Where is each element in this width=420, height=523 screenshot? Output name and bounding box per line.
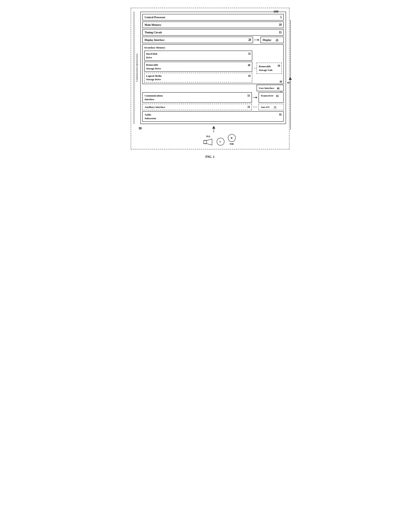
transceiver-num: 65 [276, 94, 279, 97]
speaker-l-circle: L [217, 138, 224, 146]
svg-marker-0 [207, 139, 212, 145]
fig-label: FIG. 1 [131, 155, 289, 159]
removable-storage-drive-num: 40 [248, 63, 250, 66]
aux-io-label: Aux I/O [261, 106, 269, 108]
speaker-95a-label: 95A [206, 135, 210, 138]
communications-interface-label: CommunicationsInterface [145, 94, 163, 101]
timing-circuit-label: Timing Circuit [145, 31, 162, 34]
central-processor-num: 5 [280, 16, 282, 19]
user-interface-block: User Interface 60 [257, 85, 284, 91]
aux-connector-line [253, 107, 257, 107]
removable-connector-line [254, 68, 257, 68]
svg-rect-1 [204, 140, 207, 144]
audio-subsystem-num: 95 [279, 113, 282, 116]
hard-disk-drive-label: Hard DiskDrive [146, 52, 158, 59]
audio-subsystem-block: AudioSubsystem 95 [142, 111, 284, 122]
auxiliary-interface-label: Auxiliary Interface [145, 106, 165, 108]
display-num: 25 [276, 39, 278, 41]
speaker-95b-label: 95B [230, 143, 234, 146]
audio-section: 95A L R [134, 126, 286, 146]
display-interface-block: Display Interface 20 [142, 37, 253, 43]
secondary-memory-group: Secondary Memory Hard DiskDrive 35 Remov… [142, 44, 284, 84]
display-block: Display 25 [261, 37, 284, 43]
audio-arrow-up [212, 126, 215, 129]
hard-disk-drive-num: 35 [248, 52, 251, 55]
user-interface-label: User Interface [259, 87, 274, 90]
logical-media-storage-drive-block: Logical MediaStorage Drive 45 [144, 73, 252, 83]
display-interface-label: Display Interface [145, 39, 165, 41]
audio-subsystem-label: AudioSubsystem [145, 113, 156, 120]
auxiliary-interface-block: Auxiliary Interface 70 [142, 104, 252, 110]
transceiver-label: Transceiver [261, 94, 273, 97]
logical-media-storage-drive-label: Logical MediaStorage Drive [146, 74, 162, 81]
secondary-memory-num: 30 [280, 80, 282, 83]
audio-arrow-group [212, 126, 215, 132]
auxiliary-interface-num: 70 [247, 105, 250, 108]
communications-interface-block: CommunicationsInterface 55 [142, 92, 252, 103]
main-memory-num: 10 [279, 23, 282, 26]
timing-circuit-num: 15 [279, 31, 282, 34]
main-memory-label: Main Memory [145, 24, 161, 26]
removable-storage-drive-block: RemovableStorage Drive 40 [144, 62, 252, 72]
user-interface-num: 60 [277, 87, 279, 90]
central-processor-block: Central Processor 5 [142, 14, 284, 21]
hard-disk-drive-block: Hard DiskDrive 35 [144, 50, 252, 61]
main-memory-block: Main Memory 10 [142, 22, 284, 28]
label-85: 85 [287, 81, 290, 84]
transceiver-connector-line [253, 97, 256, 98]
removable-storage-unit-num: 50 [278, 64, 280, 67]
right-border-line [290, 20, 291, 130]
aux-io-num: 75 [274, 106, 276, 108]
display-connector-line [254, 40, 258, 40]
communications-interface-num: 55 [247, 94, 250, 97]
transceiver-block: Transceiver 65 [259, 92, 284, 103]
speaker-l-group: L [217, 138, 224, 146]
audio-arrow-line [214, 129, 214, 132]
speaker-95a-icon [204, 139, 213, 146]
removable-storage-unit-label: RemovableStorage Unit [259, 65, 272, 72]
comm-infra-label: Communication Infrastructure [134, 12, 139, 124]
aux-io-block: Aux I/O 75 [259, 104, 284, 110]
transceiver-connector-arrow [256, 97, 257, 98]
diagram-wrapper: 100 To Media Players (100A, 100B 100C) 8… [131, 8, 289, 159]
speaker-95a-group: 95A [204, 135, 213, 146]
display-connector-arrow [258, 39, 259, 41]
logical-media-storage-drive-num: 45 [248, 74, 251, 77]
central-processor-label: Central Processor [145, 16, 165, 19]
removable-storage-drive-label: RemovableStorage Drive [146, 63, 161, 70]
speaker-r-circle: R [228, 134, 236, 142]
removable-storage-unit-block: RemovableStorage Unit 50 [257, 63, 282, 74]
speakers-row: 95A L R [204, 134, 236, 146]
right-arrow [289, 77, 292, 80]
timing-circuit-block: Timing Circuit 15 [142, 29, 284, 36]
display-interface-num: 20 [248, 38, 251, 41]
speaker-r-group: R 95B [228, 134, 236, 146]
secondary-memory-label: Secondary Memory [144, 46, 252, 49]
display-label: Display [263, 39, 271, 41]
speaker-95a-svg [204, 139, 213, 146]
